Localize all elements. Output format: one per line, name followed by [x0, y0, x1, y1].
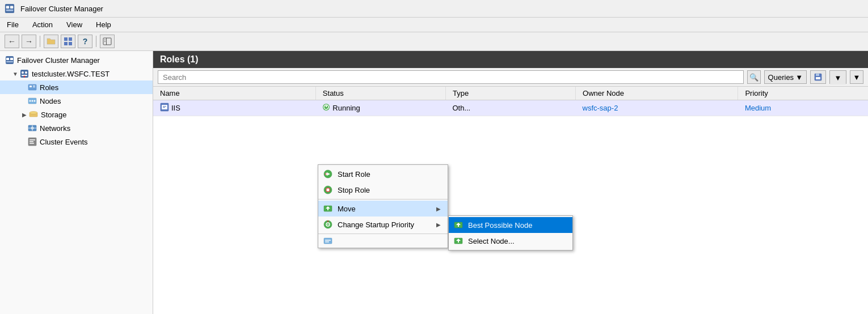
- priority-submenu-arrow: ▶: [436, 222, 441, 228]
- roles-icon: [27, 82, 37, 92]
- toolbar-separator-2: [96, 36, 96, 47]
- toolbar-separator-1: [40, 36, 40, 47]
- svg-rect-65: [325, 240, 331, 241]
- cluster-events-label: Cluster Events: [40, 138, 88, 146]
- sidebar-item-roles[interactable]: Roles: [0, 80, 153, 94]
- save-dropdown-group: ▼: [829, 70, 846, 84]
- queries-button[interactable]: Queries ▼: [764, 70, 807, 84]
- sidebar-item-testcluster[interactable]: ▼ testcluster.WSFC.TEST: [0, 67, 153, 80]
- svg-rect-36: [30, 139, 35, 141]
- storage-icon: [28, 109, 39, 120]
- svg-point-30: [30, 112, 37, 114]
- toolbar: ← → ?: [0, 32, 868, 51]
- ctx-stop-role[interactable]: Stop Role: [318, 182, 448, 198]
- svg-rect-59: [327, 209, 328, 210]
- svg-rect-37: [30, 141, 33, 142]
- testcluster-icon: [19, 69, 30, 79]
- grid-button[interactable]: [61, 35, 75, 48]
- menu-action[interactable]: Action: [30, 19, 55, 30]
- best-possible-node-icon: [453, 220, 464, 230]
- sidebar-item-storage[interactable]: ▶ Storage: [0, 108, 153, 121]
- roles-label: Roles: [40, 83, 58, 92]
- ctx-separator-2: [318, 234, 448, 234]
- sidebar-item-cluster-events[interactable]: Cluster Events: [0, 135, 153, 148]
- title-bar: Failover Cluster Manager: [0, 0, 868, 18]
- submenu-best-possible-node[interactable]: Best Possible Node: [449, 217, 572, 233]
- submenu: Best Possible Node Select Node...: [448, 215, 573, 251]
- sidebar-item-failover-cluster-manager[interactable]: Failover Cluster Manager: [0, 53, 153, 67]
- context-menu-wrapper: Start Role Stop Role Mo: [318, 164, 573, 251]
- panel-button[interactable]: [100, 35, 115, 48]
- roles-table: Name Status Type Owner Node Priority: [153, 87, 868, 116]
- move-label: Move: [338, 205, 356, 213]
- col-status[interactable]: Status: [315, 87, 445, 100]
- svg-point-17: [22, 71, 24, 74]
- forward-button[interactable]: →: [22, 35, 36, 48]
- svg-point-27: [32, 100, 33, 102]
- svg-point-18: [25, 71, 27, 74]
- select-node-icon: [453, 236, 464, 246]
- svg-point-20: [24, 76, 26, 78]
- back-button[interactable]: ←: [5, 35, 19, 48]
- svg-rect-7: [69, 42, 72, 45]
- cell-name: IIS: [153, 100, 315, 116]
- start-role-label: Start Role: [338, 170, 370, 179]
- svg-rect-6: [64, 42, 68, 45]
- save-dropdown-arrow[interactable]: ▼: [830, 71, 846, 84]
- svg-rect-13: [6, 58, 9, 60]
- svg-rect-2: [10, 6, 13, 9]
- sidebar: Failover Cluster Manager ▼ testcluster.W…: [0, 51, 153, 314]
- svg-point-62: [327, 224, 328, 225]
- menu-file[interactable]: File: [5, 19, 21, 30]
- svg-rect-22: [30, 86, 32, 87]
- change-startup-priority-label: Change Startup Priority: [338, 220, 414, 229]
- content-header: Roles (1): [153, 51, 868, 68]
- stop-role-label: Stop Role: [338, 186, 370, 194]
- help-button[interactable]: ?: [78, 35, 92, 48]
- testcluster-label: testcluster.WSFC.TEST: [32, 70, 109, 78]
- cell-owner-node: wsfc-sap-2: [576, 100, 738, 116]
- svg-rect-11: [104, 41, 106, 42]
- app-title: Failover Cluster Manager: [20, 5, 103, 13]
- ctx-more[interactable]: [318, 235, 448, 247]
- expand-panel-button[interactable]: ▼: [850, 70, 863, 84]
- svg-rect-38: [30, 143, 34, 144]
- search-button[interactable]: 🔍: [747, 70, 761, 84]
- save-button[interactable]: [810, 70, 826, 84]
- more-icon: [323, 236, 333, 246]
- nodes-label: Nodes: [40, 97, 61, 105]
- queries-dropdown-icon: ▼: [795, 73, 803, 82]
- expand-chevron-testcluster[interactable]: ▼: [11, 70, 19, 78]
- col-priority[interactable]: Priority: [738, 87, 868, 100]
- folder-button[interactable]: [44, 35, 58, 48]
- stop-role-icon: [323, 185, 333, 195]
- col-name[interactable]: Name: [153, 87, 315, 100]
- col-owner-node[interactable]: Owner Node: [576, 87, 738, 100]
- ctx-move[interactable]: Move ▶: [318, 201, 448, 217]
- expand-chevron-storage[interactable]: ▶: [20, 111, 28, 118]
- svg-rect-15: [6, 61, 13, 62]
- menu-view[interactable]: View: [64, 19, 85, 30]
- ctx-change-startup-priority[interactable]: Change Startup Priority ▶: [318, 217, 448, 232]
- svg-rect-40: [816, 74, 819, 76]
- failover-manager-icon: [5, 55, 15, 65]
- sidebar-item-networks[interactable]: Networks: [0, 121, 153, 135]
- cluster-events-icon: [27, 137, 37, 147]
- menu-help[interactable]: Help: [94, 19, 113, 30]
- svg-rect-10: [104, 40, 106, 40]
- svg-rect-56: [327, 189, 330, 192]
- svg-rect-4: [64, 37, 68, 41]
- start-role-icon: [323, 169, 333, 179]
- queries-label: Queries: [768, 73, 794, 82]
- svg-rect-23: [33, 86, 35, 86]
- col-type[interactable]: Type: [445, 87, 575, 100]
- submenu-select-node[interactable]: Select Node...: [449, 233, 572, 249]
- table-row[interactable]: IIS: [153, 100, 868, 116]
- networks-label: Networks: [40, 124, 70, 133]
- ctx-start-role[interactable]: Start Role: [318, 166, 448, 182]
- sidebar-item-nodes[interactable]: Nodes: [0, 94, 153, 108]
- content-title: Roles (1): [160, 54, 199, 64]
- failover-manager-label: Failover Cluster Manager: [17, 56, 100, 65]
- svg-rect-69: [458, 225, 459, 227]
- search-input[interactable]: [158, 70, 744, 84]
